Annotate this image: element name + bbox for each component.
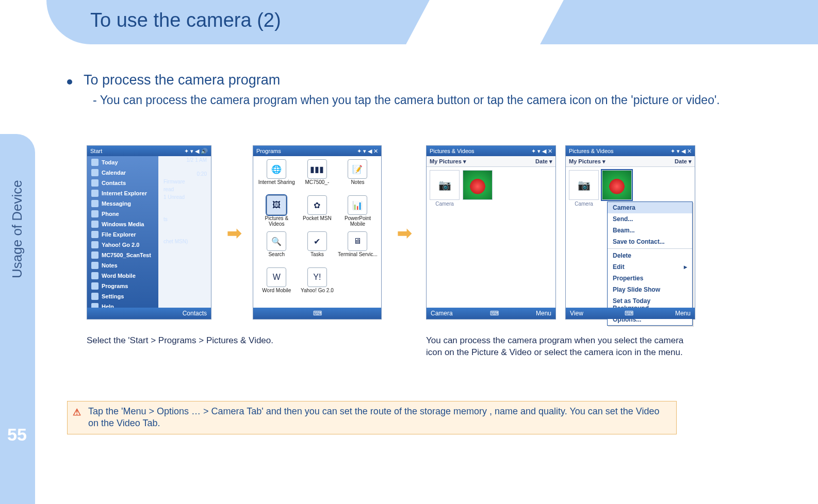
list-item[interactable]: Internet Explorer — [87, 188, 158, 198]
submenu-arrow-icon: ▸ — [684, 263, 687, 271]
menu-item[interactable]: Save to Contact... — [608, 236, 692, 247]
photo-thumbnail[interactable] — [463, 170, 493, 200]
page-title: To use the camera (2) — [90, 9, 281, 31]
menu-item[interactable]: Beam... — [608, 225, 692, 236]
list-item[interactable]: Yahoo! Go 2.0 — [87, 240, 158, 250]
list-label: Yahoo! Go 2.0 — [102, 242, 139, 248]
screenshot-programs: Programs ✦ ▾ ◀ ✕ 🌐Internet Sharing ▮▮▮MC… — [253, 145, 382, 320]
list-item[interactable]: Messaging — [87, 198, 158, 209]
menu-item[interactable]: Edit▸ — [608, 261, 692, 273]
camera-tile[interactable]: 📷 Camera — [430, 170, 460, 207]
app-icon — [91, 190, 99, 197]
app-tile[interactable]: 🌐Internet Sharing — [256, 159, 297, 195]
body-area: To process the camera program - You can … — [67, 72, 813, 108]
folder-dropdown[interactable]: My Pictures ▾ — [430, 156, 466, 166]
tile-caption: Camera — [430, 201, 460, 207]
programs-grid: 🌐Internet Sharing ▮▮▮MC7500_- 📝Notes 🖼Pi… — [253, 156, 381, 313]
folder-label: My Pictures — [569, 158, 601, 164]
camera-tile[interactable]: 📷 Camera — [569, 170, 599, 207]
hint-text: 1 Unread — [159, 193, 211, 201]
warning-icon: ⚠ — [73, 407, 81, 418]
softkey-left[interactable]: View — [570, 310, 583, 317]
list-item[interactable]: Windows Media — [87, 219, 158, 229]
soft-key-bar: ⌨ — [253, 308, 381, 319]
list-item[interactable]: Word Mobile — [87, 271, 158, 281]
soft-key-bar: Contacts — [87, 308, 211, 319]
list-item[interactable]: Calendar — [87, 167, 158, 178]
app-tile[interactable]: 🖥Terminal Servic... — [337, 231, 378, 267]
app-icon — [91, 262, 99, 269]
arrow-icon: ➡ — [397, 223, 412, 243]
bullet-subline: - You can process the camera program whe… — [93, 92, 813, 108]
keyboard-icon[interactable]: ⌨ — [313, 310, 322, 317]
app-tile-selected[interactable]: 🖼Pictures & Videos — [256, 195, 297, 231]
chevron-down-icon: ▾ — [463, 158, 466, 164]
list-label: Windows Media — [102, 221, 144, 227]
thumbnail-row: 📷 Camera — [427, 167, 555, 210]
soft-key-bar: View ⌨ Menu — [566, 308, 695, 319]
list-item[interactable]: Today — [87, 157, 158, 167]
menu-item[interactable]: Delete — [608, 250, 692, 261]
app-tile[interactable]: ✿Pocket MSN — [297, 195, 338, 231]
app-tile[interactable]: Y!Yahoo! Go 2.0 — [297, 267, 338, 304]
today-pane: 1/2 1 AM 0:20 Firmware read 1 Unread ts … — [159, 156, 211, 307]
list-label: Notes — [102, 262, 118, 268]
menu-label: Edit — [613, 263, 625, 271]
app-label: MC7500_- — [305, 180, 330, 186]
list-item[interactable]: File Explorer — [87, 229, 158, 240]
app-label: Terminal Servic... — [338, 252, 378, 258]
hint-text: ts — [159, 201, 211, 223]
tile-caption: Camera — [569, 201, 599, 207]
softkey-right[interactable]: Menu — [675, 310, 691, 317]
app-tile[interactable]: 🔍Search — [256, 231, 297, 267]
app-label: Notes — [351, 180, 364, 186]
list-item[interactable]: Programs — [87, 281, 158, 291]
app-tile[interactable]: 📝Notes — [337, 159, 378, 195]
title-bar: Programs ✦ ▾ ◀ ✕ — [253, 146, 381, 156]
camera-icon: 📷 — [569, 170, 599, 200]
search-icon: 🔍 — [267, 231, 286, 251]
app-tile[interactable]: 📊PowerPoint Mobile — [337, 195, 378, 231]
camera-icon: 📷 — [430, 170, 460, 200]
keyboard-icon[interactable]: ⌨ — [490, 310, 499, 317]
app-tile[interactable]: WWord Mobile — [256, 267, 297, 304]
photo-thumbnail-selected[interactable] — [602, 170, 632, 200]
notes-icon: 📝 — [348, 159, 367, 179]
list-label: Phone — [102, 211, 119, 217]
app-icon — [91, 210, 99, 217]
menu-item[interactable]: Send... — [608, 213, 692, 225]
hint-text: 0:20 — [159, 164, 211, 178]
sort-label: Date — [675, 158, 687, 164]
sort-dropdown[interactable]: Date ▾ — [675, 156, 692, 166]
context-menu: Camera Send... Beam... Save to Contact..… — [607, 201, 693, 326]
app-label: Pocket MSN — [303, 216, 332, 222]
list-item[interactable]: Phone — [87, 209, 158, 219]
status-icons: ✦ ▾ ◀ ✕ — [357, 146, 378, 156]
pictures-icon: 🖼 — [267, 195, 286, 215]
list-item[interactable]: MC7500_ScanTest — [87, 250, 158, 260]
folder-dropdown[interactable]: My Pictures ▾ — [569, 156, 606, 166]
keyboard-icon[interactable]: ⌨ — [625, 310, 633, 317]
softkey-right[interactable]: Menu — [536, 310, 551, 317]
page: Usage of Device 55 To use the camera (2)… — [0, 0, 818, 504]
app-label: PowerPoint Mobile — [337, 216, 378, 227]
app-tile[interactable]: ▮▮▮MC7500_- — [297, 159, 338, 195]
menu-item[interactable]: Properties — [608, 273, 692, 284]
softkey-left[interactable]: Camera — [431, 310, 453, 317]
tasks-icon: ✔ — [307, 231, 327, 251]
softkey-right[interactable]: Contacts — [183, 310, 207, 317]
soft-key-bar: Camera ⌨ Menu — [427, 308, 555, 319]
app-tile[interactable]: ✔Tasks — [297, 231, 338, 267]
app-icon — [91, 231, 99, 238]
list-label: File Explorer — [102, 231, 136, 238]
list-label: Internet Explorer — [102, 190, 147, 196]
app-icon — [91, 200, 99, 207]
sort-dropdown[interactable]: Date ▾ — [535, 156, 552, 166]
menu-item[interactable]: Camera — [608, 202, 692, 213]
list-item[interactable]: Settings — [87, 291, 158, 301]
menu-item[interactable]: Play Slide Show — [608, 284, 692, 295]
app-icon — [91, 272, 99, 279]
caption-right: You can process the camera program when … — [426, 335, 694, 359]
list-item[interactable]: Contacts — [87, 178, 158, 188]
list-item[interactable]: Notes — [87, 260, 158, 271]
